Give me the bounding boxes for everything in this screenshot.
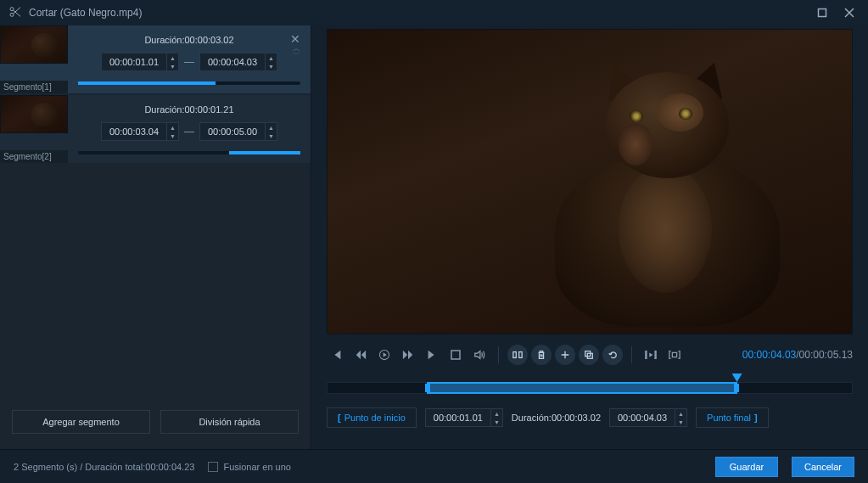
- segment-range[interactable]: [78, 81, 216, 85]
- merge-checkbox[interactable]: Fusionar en uno: [208, 462, 291, 472]
- up-icon[interactable]: ▲: [166, 53, 178, 62]
- segment-start-input[interactable]: [102, 57, 166, 67]
- range-end-input[interactable]: [610, 413, 675, 423]
- title-bar: Cortar (Gato Negro.mp4): [0, 0, 868, 25]
- segment-end-input[interactable]: [200, 126, 265, 137]
- segment-end-input[interactable]: [200, 57, 265, 67]
- svg-point-0: [10, 7, 14, 10]
- skip-end-icon[interactable]: [422, 345, 442, 365]
- segment-thumbnail[interactable]: [0, 95, 68, 133]
- bracket-play-icon[interactable]: [641, 345, 661, 365]
- timeline-selection[interactable]: [427, 382, 737, 394]
- segment-range[interactable]: [229, 151, 300, 154]
- segment-duration: Duración:00:00:01.21: [144, 104, 233, 115]
- segment-track[interactable]: [78, 151, 300, 154]
- range-row: [Punto de inicio ▲▼ Duración:00:00:03.02…: [327, 406, 853, 430]
- segments-actions: Agregar segmento División rápida: [0, 395, 311, 449]
- add-icon[interactable]: [555, 345, 575, 365]
- segment-item[interactable]: Segmento[1] Duración:00:00:03.02 ✕︿﹀ ▲▼ …: [0, 25, 311, 93]
- down-icon[interactable]: ▼: [490, 418, 502, 426]
- segment-thumbnail[interactable]: [0, 25, 68, 64]
- svg-rect-9: [672, 352, 676, 357]
- playback-timecode: 00:00:04.03/00:00:05.13: [742, 349, 853, 361]
- segment-label: Segmento[1]: [0, 81, 68, 93]
- playback-controls: 00:00:04.03/00:00:05.13: [327, 341, 853, 368]
- cancel-button[interactable]: Cancelar: [792, 457, 854, 477]
- preview-panel: 00:00:04.03/00:00:05.13 [Punto de inicio…: [311, 25, 868, 449]
- dash: —: [184, 126, 194, 138]
- set-start-button[interactable]: [Punto de inicio: [327, 407, 417, 428]
- stop-icon[interactable]: [445, 345, 466, 365]
- divider: [498, 346, 499, 363]
- segment-end-field[interactable]: ▲▼: [199, 53, 277, 71]
- segment-label: Segmento[2]: [0, 150, 68, 163]
- segment-start-field[interactable]: ▲▼: [101, 53, 179, 71]
- skip-start-icon[interactable]: [327, 345, 347, 365]
- play-icon[interactable]: [374, 345, 395, 365]
- scissors-icon: [8, 5, 22, 21]
- maximize-button[interactable]: [812, 4, 832, 21]
- dash: —: [184, 56, 194, 68]
- copy-icon[interactable]: [579, 345, 599, 365]
- down-icon[interactable]: ▼: [265, 132, 277, 140]
- segments-panel: Segmento[1] Duración:00:00:03.02 ✕︿﹀ ▲▼ …: [0, 25, 311, 449]
- undo-icon[interactable]: [602, 345, 623, 365]
- timeline[interactable]: [327, 377, 853, 396]
- range-start-field[interactable]: ▲▼: [425, 408, 503, 427]
- playhead-icon[interactable]: [732, 373, 742, 382]
- app-window: Cortar (Gato Negro.mp4) Segmento[1] Dura…: [0, 0, 868, 483]
- range-start-input[interactable]: [426, 413, 490, 423]
- save-button[interactable]: Guardar: [715, 457, 778, 477]
- up-icon[interactable]: ▲: [265, 53, 277, 62]
- rewind-icon[interactable]: [350, 345, 371, 365]
- checkbox-icon[interactable]: [208, 462, 218, 472]
- range-end-field[interactable]: ▲▼: [609, 408, 687, 427]
- down-icon[interactable]: ▼: [166, 62, 178, 70]
- svg-rect-4: [451, 351, 460, 359]
- segment-start-input[interactable]: [102, 126, 166, 137]
- main-content: Segmento[1] Duración:00:00:03.02 ✕︿﹀ ▲▼ …: [0, 25, 868, 449]
- merge-label: Fusionar en uno: [223, 462, 291, 472]
- video-preview[interactable]: [327, 29, 853, 334]
- split-icon[interactable]: [507, 345, 528, 365]
- up-icon[interactable]: ▲: [166, 123, 178, 132]
- segments-list: Segmento[1] Duración:00:00:03.02 ✕︿﹀ ▲▼ …: [0, 25, 311, 395]
- down-icon[interactable]: ▼: [265, 62, 277, 70]
- bracket-stop-icon[interactable]: [664, 345, 685, 365]
- quick-split-button[interactable]: División rápida: [160, 410, 299, 434]
- window-title: Cortar (Gato Negro.mp4): [29, 7, 805, 19]
- segment-start-field[interactable]: ▲▼: [101, 122, 179, 141]
- forward-icon[interactable]: [398, 345, 418, 365]
- delete-icon[interactable]: [531, 345, 552, 365]
- up-icon[interactable]: ▲: [265, 123, 277, 132]
- segment-track[interactable]: [78, 81, 300, 85]
- up-icon[interactable]: ▲: [675, 409, 686, 418]
- svg-rect-6: [519, 352, 522, 358]
- down-icon[interactable]: ▼: [166, 132, 178, 140]
- segment-end-field[interactable]: ▲▼: [199, 122, 277, 141]
- svg-rect-5: [513, 352, 516, 358]
- current-time: 00:00:04.03: [742, 349, 796, 361]
- reorder-icon[interactable]: ︿﹀: [293, 46, 300, 58]
- segment-duration: Duración:00:00:03.02: [144, 35, 233, 45]
- up-icon[interactable]: ▲: [490, 409, 502, 418]
- svg-rect-2: [819, 9, 826, 17]
- range-duration: Duración:00:00:03.02: [512, 413, 601, 423]
- down-icon[interactable]: ▼: [675, 418, 686, 426]
- bottom-bar: 2 Segmento (s) / Duración total:00:00:04…: [0, 449, 868, 483]
- set-end-button[interactable]: Punto final]: [696, 407, 769, 428]
- add-segment-button[interactable]: Agregar segmento: [12, 410, 150, 434]
- divider: [631, 346, 632, 363]
- svg-point-1: [10, 13, 14, 16]
- segment-item[interactable]: Segmento[2] Duración:00:00:01.21 ▲▼ — ▲▼: [0, 95, 311, 163]
- close-button[interactable]: [839, 4, 860, 21]
- status-text: 2 Segmento (s) / Duración total:00:00:04…: [14, 462, 194, 472]
- volume-icon[interactable]: [469, 345, 490, 365]
